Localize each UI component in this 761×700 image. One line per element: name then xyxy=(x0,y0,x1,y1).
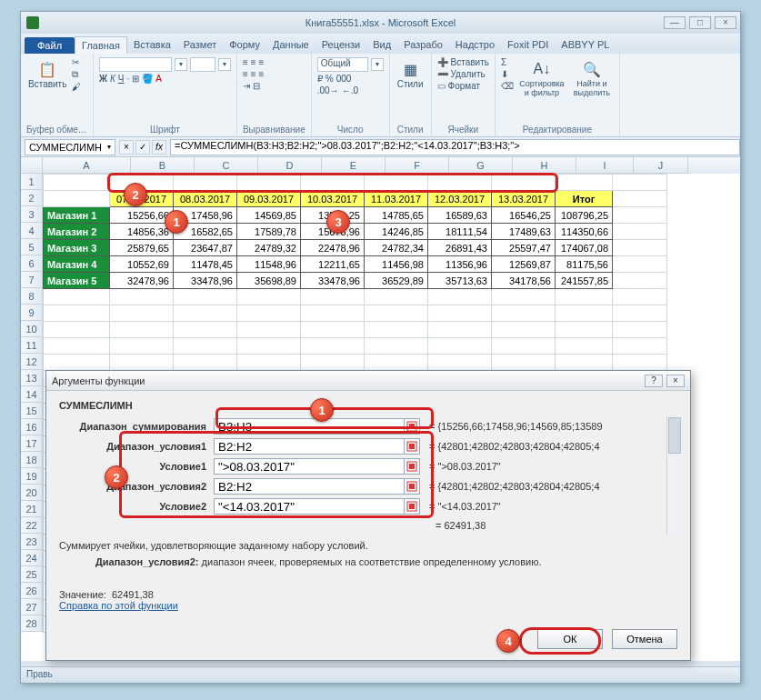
data-cell[interactable]: 22478,96 xyxy=(301,240,365,256)
total-cell[interactable]: 174067,08 xyxy=(556,240,613,256)
align-center-icon[interactable]: ≡ xyxy=(251,69,256,79)
date-cell[interactable]: 09.03.2017 xyxy=(237,191,301,207)
column-header[interactable]: D xyxy=(258,157,322,174)
paste-button[interactable]: 📋Вставить xyxy=(26,57,68,91)
row-header[interactable]: 20 xyxy=(21,485,43,501)
sort-filter-button[interactable]: A↓Сортировка и фильтр xyxy=(517,57,566,99)
data-cell[interactable]: 17589,78 xyxy=(237,224,301,240)
data-cell[interactable]: 15678,96 xyxy=(301,224,365,240)
row-header[interactable]: 15 xyxy=(21,403,43,419)
styles-button[interactable]: ▦Стили xyxy=(396,57,426,91)
range-selector-icon[interactable] xyxy=(404,478,420,495)
range-selector-icon[interactable] xyxy=(404,418,420,435)
row-header[interactable]: 5 xyxy=(21,239,43,255)
currency-icon[interactable]: ₽ xyxy=(317,74,323,84)
font-size-input[interactable] xyxy=(190,57,215,72)
column-header[interactable]: F xyxy=(386,157,449,174)
data-cell[interactable]: 11548,96 xyxy=(237,256,301,273)
dialog-help-button[interactable]: ? xyxy=(645,375,663,387)
arg-input[interactable] xyxy=(214,498,405,515)
column-header[interactable]: C xyxy=(195,157,258,174)
row-header[interactable]: 11 xyxy=(21,337,43,354)
date-cell[interactable]: 13.03.2017 xyxy=(492,191,556,207)
ribbon-tab[interactable]: Размет xyxy=(177,36,223,54)
column-header[interactable]: E xyxy=(322,157,386,174)
cut-icon[interactable]: ✂ xyxy=(72,57,79,67)
chevron-down-icon[interactable]: ▾ xyxy=(371,58,384,71)
chevron-down-icon[interactable]: ▾ xyxy=(218,58,231,71)
decrease-decimal-icon[interactable]: ←.0 xyxy=(342,85,358,95)
row-header[interactable]: 26 xyxy=(21,583,43,599)
row-header[interactable]: 22 xyxy=(21,517,43,534)
column-header[interactable]: A xyxy=(43,157,131,174)
close-button[interactable]: × xyxy=(715,16,736,29)
arg-input[interactable] xyxy=(214,478,405,495)
fill-color-icon[interactable]: 🪣 xyxy=(142,74,153,84)
range-selector-icon[interactable] xyxy=(404,458,420,475)
chevron-down-icon[interactable]: ▾ xyxy=(175,58,187,71)
data-cell[interactable]: 11356,96 xyxy=(428,256,492,273)
ribbon-tab[interactable]: Главная xyxy=(75,36,127,54)
arg-input[interactable] xyxy=(214,458,405,475)
arg-input[interactable] xyxy=(214,418,405,435)
chevron-down-icon[interactable]: ▾ xyxy=(107,143,111,151)
border-icon[interactable]: ⊞ xyxy=(132,74,139,84)
row-header[interactable]: 21 xyxy=(21,501,43,517)
row-header[interactable]: 2 xyxy=(21,190,43,206)
ribbon-tab[interactable]: Вид xyxy=(366,36,397,54)
column-header[interactable]: B xyxy=(131,157,195,174)
row-header[interactable]: 7 xyxy=(21,272,43,288)
autosum-icon[interactable]: Σ xyxy=(501,57,506,67)
date-cell[interactable]: 07.03.2017 xyxy=(110,191,174,207)
shop-name-cell[interactable]: Магазин 1 xyxy=(44,207,110,224)
column-header[interactable]: G xyxy=(449,157,513,174)
percent-icon[interactable]: % xyxy=(325,74,334,84)
enter-formula-button[interactable]: ✓ xyxy=(135,140,150,155)
copy-icon[interactable]: ⧉ xyxy=(72,69,78,80)
row-header[interactable]: 3 xyxy=(21,206,43,223)
cancel-formula-button[interactable]: × xyxy=(119,140,134,155)
find-select-button[interactable]: 🔍Найти и выделить xyxy=(570,57,614,99)
data-cell[interactable]: 14785,65 xyxy=(365,207,428,224)
shop-name-cell[interactable]: Магазин 2 xyxy=(44,224,110,240)
align-right-icon[interactable]: ≡ xyxy=(259,69,265,79)
ok-button[interactable]: ОК xyxy=(537,629,603,649)
dialog-close-button[interactable]: × xyxy=(666,375,685,387)
data-cell[interactable]: 16546,25 xyxy=(492,207,556,224)
underline-button[interactable]: Ч xyxy=(118,74,125,84)
row-header[interactable]: 8 xyxy=(21,288,43,305)
row-header[interactable]: 12 xyxy=(21,354,43,370)
data-cell[interactable]: 32478,96 xyxy=(110,273,174,289)
row-header[interactable]: 23 xyxy=(21,534,43,550)
row-header[interactable]: 10 xyxy=(21,321,43,337)
ribbon-tab[interactable]: Разрабо xyxy=(397,36,449,54)
ribbon-tab[interactable]: Форму xyxy=(223,36,266,54)
row-header[interactable]: 24 xyxy=(21,550,43,566)
row-header[interactable]: 9 xyxy=(21,305,43,321)
data-cell[interactable]: 34178,56 xyxy=(492,273,556,289)
ribbon-tab[interactable]: Вставка xyxy=(127,36,177,54)
italic-button[interactable]: К xyxy=(110,74,115,84)
data-cell[interactable]: 26891,43 xyxy=(428,240,492,256)
date-cell[interactable]: 08.03.2017 xyxy=(174,191,237,207)
merge-button[interactable]: ⊟ xyxy=(253,81,260,91)
formula-input[interactable]: =СУММЕСЛИМН(B3:H3;B2:H2;">08.03.2017";B2… xyxy=(170,139,740,155)
format-painter-icon[interactable]: 🖌 xyxy=(72,82,81,92)
data-cell[interactable]: 33478,96 xyxy=(174,273,237,289)
row-header[interactable]: 27 xyxy=(21,599,43,615)
font-color-icon[interactable]: A xyxy=(155,74,162,84)
fx-button[interactable]: fx xyxy=(152,140,166,155)
delete-cells-button[interactable]: ➖Удалить xyxy=(437,69,489,79)
row-header[interactable]: 4 xyxy=(21,223,43,239)
total-cell[interactable]: 81175,56 xyxy=(556,256,613,273)
row-header[interactable]: 28 xyxy=(21,615,43,632)
column-header[interactable]: J xyxy=(634,157,688,174)
align-middle-icon[interactable]: ≡ xyxy=(251,57,256,67)
data-cell[interactable]: 11478,45 xyxy=(174,256,237,273)
arg-input[interactable] xyxy=(214,438,405,455)
total-cell[interactable]: 241557,85 xyxy=(556,273,613,289)
dialog-help-link[interactable]: Справка по этой функции xyxy=(59,600,178,611)
ribbon-tab[interactable]: Надстро xyxy=(449,36,501,54)
align-top-icon[interactable]: ≡ xyxy=(243,57,248,67)
row-header[interactable]: 18 xyxy=(21,452,43,468)
